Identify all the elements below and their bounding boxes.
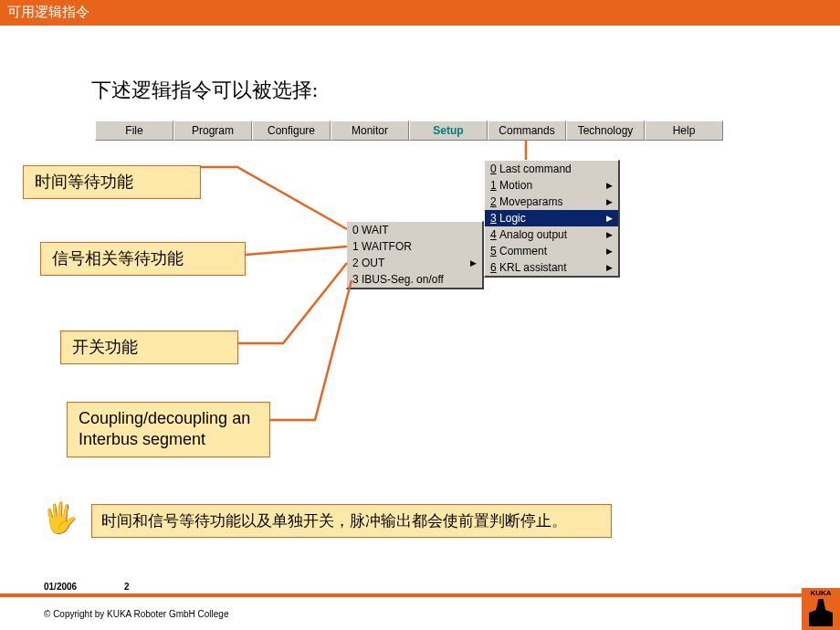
callout-out: 开关功能 [60,331,238,364]
robot-icon [809,599,833,626]
intro-text: 下述逻辑指令可以被选择: [91,77,318,104]
menu-setup[interactable]: Setup [409,121,488,141]
footer-page: 2 [124,582,130,592]
menu-configure[interactable]: Configure [252,121,331,141]
chevron-right-icon: ▶ [606,247,613,256]
note-box: 时间和信号等待功能以及单独开关，脉冲输出都会使前置判断停止。 [91,504,612,538]
kuka-logo: KUKA [802,588,840,630]
cmd-motion[interactable]: 1 Motion▶ [485,177,618,194]
menu-file[interactable]: File [95,121,173,141]
title-bar: 可用逻辑指令 [0,0,840,26]
commands-dropdown: 0 Last command 1 Motion▶ 2 Moveparams▶ 3… [484,160,620,278]
menu-bar: File Program Configure Monitor Setup Com… [95,121,723,141]
chevron-right-icon: ▶ [470,258,477,268]
menu-help[interactable]: Help [645,121,723,141]
cmd-last-command[interactable]: 0 Last command [485,161,618,177]
chevron-right-icon: ▶ [606,181,613,190]
menu-commands[interactable]: Commands [488,121,566,141]
cmd-logic[interactable]: 3 Logic▶ [485,210,618,226]
copyright: © Copyright by KUKA Roboter GmbH College [44,609,228,619]
cmd-moveparams[interactable]: 2 Moveparams▶ [485,194,618,210]
hand-icon: 🖐 [42,500,79,535]
menu-program[interactable]: Program [173,121,252,141]
chevron-right-icon: ▶ [606,214,613,223]
logic-ibus[interactable]: 3 IBUS-Seg. on/off [347,271,482,288]
footer-date: 01/2006 [44,582,77,592]
logic-out[interactable]: 2 OUT▶ [347,255,482,271]
cmd-krl-assistant[interactable]: 6 KRL assistant▶ [485,259,618,276]
logic-waitfor[interactable]: 1 WAITFOR [347,238,482,255]
chevron-right-icon: ▶ [606,230,613,239]
menu-monitor[interactable]: Monitor [331,121,409,141]
chevron-right-icon: ▶ [606,197,613,206]
callout-wait: 时间等待功能 [23,165,201,199]
logic-wait[interactable]: 0 WAIT [347,222,482,238]
cmd-comment[interactable]: 5 Comment▶ [485,243,618,259]
callout-waitfor: 信号相关等待功能 [40,242,246,276]
logic-submenu: 0 WAIT 1 WAITFOR 2 OUT▶ 3 IBUS-Seg. on/o… [346,221,484,289]
cmd-analog-output[interactable]: 4 Analog output▶ [485,226,618,243]
callout-ibus: Coupling/decoupling an Interbus segment [67,402,270,457]
footer-bar [0,593,840,597]
chevron-right-icon: ▶ [606,263,613,272]
page-title: 可用逻辑指令 [7,4,89,19]
menu-technology[interactable]: Technology [566,121,645,141]
